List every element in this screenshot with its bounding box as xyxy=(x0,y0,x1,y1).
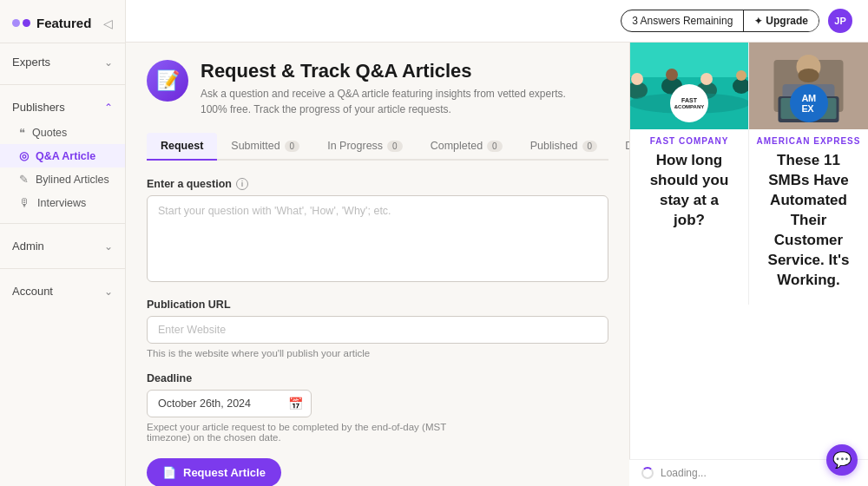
sidebar-logo: Featured ◁ xyxy=(0,0,125,43)
amex-logo-text: AMEX xyxy=(801,93,815,114)
sidebar-divider-2 xyxy=(0,223,125,224)
user-avatar[interactable]: JP xyxy=(828,9,852,33)
sidebar-group-account[interactable]: Account ⌄ xyxy=(0,278,125,305)
tab-completed[interactable]: Completed 0 xyxy=(417,133,516,161)
tab-request-label: Request xyxy=(161,140,203,152)
sidebar-section-account: Account ⌄ xyxy=(0,273,125,310)
question-input[interactable] xyxy=(147,195,608,282)
sidebar-group-experts[interactable]: Experts ⌄ xyxy=(0,49,125,76)
question-label-text: Enter a question xyxy=(147,178,232,190)
page-header: 📝 Request & Track Q&A Articles Ask a que… xyxy=(147,60,608,117)
fast-company-source: FAST COMPANY xyxy=(630,129,748,149)
question-group: Enter a question i xyxy=(147,178,608,285)
fc-logo-line1: FAST xyxy=(681,97,697,104)
bylined-label: Bylined Articles xyxy=(36,174,109,186)
admin-label: Admin xyxy=(12,240,44,253)
tab-in-progress-label: In Progress xyxy=(327,140,383,152)
question-label: Enter a question i xyxy=(147,178,608,190)
request-article-button[interactable]: 📄 Request Article xyxy=(147,458,281,486)
deadline-label: Deadline xyxy=(147,372,608,384)
account-label: Account xyxy=(12,285,53,298)
amex-title: These 11 SMBs Have Automated Their Custo… xyxy=(749,149,868,305)
deadline-note: Expect your article request to be comple… xyxy=(147,422,450,443)
svg-point-6 xyxy=(631,73,643,85)
sidebar-item-interviews[interactable]: 🎙 Interviews xyxy=(0,191,125,214)
bylined-icon: ✎ xyxy=(19,173,29,186)
page-subtitle: Ask a question and receive a Q&A article… xyxy=(201,86,582,117)
upgrade-icon: ✦ xyxy=(754,16,762,27)
quotes-label: Quotes xyxy=(32,127,67,139)
svg-point-8 xyxy=(700,73,713,85)
fc-logo-line2: &COMPANY xyxy=(674,104,705,110)
loading-spinner xyxy=(641,467,654,479)
chat-icon: 💬 xyxy=(832,450,852,470)
sidebar-divider-1 xyxy=(0,84,125,85)
logo-dot-2 xyxy=(23,19,30,27)
experts-label: Experts xyxy=(12,56,50,69)
url-label: Publication URL xyxy=(147,299,608,311)
deadline-input-wrap: 📅 xyxy=(147,390,312,417)
tab-completed-label: Completed xyxy=(431,140,483,152)
page-icon-glyph: 📝 xyxy=(156,69,180,92)
tab-in-progress[interactable]: In Progress 0 xyxy=(313,133,416,161)
logo-dot-1 xyxy=(12,19,20,27)
tab-submitted-label: Submitted xyxy=(231,140,279,152)
publishers-label: Publishers xyxy=(12,101,65,114)
fast-company-image: FAST &COMPANY xyxy=(630,43,748,129)
sidebar-group-admin[interactable]: Admin ⌄ xyxy=(0,233,125,259)
sidebar-item-qa-article[interactable]: ◎ Q&A Article xyxy=(0,144,125,167)
right-panel: FAST &COMPANY FAST COMPANY How long shou… xyxy=(629,43,868,486)
sidebar-item-quotes[interactable]: ❝ Quotes xyxy=(0,121,125,144)
loading-text: Loading... xyxy=(661,467,707,479)
svg-point-7 xyxy=(666,69,678,81)
tab-submitted[interactable]: Submitted 0 xyxy=(217,133,313,161)
url-input[interactable] xyxy=(147,316,608,344)
amex-logo: AMEX xyxy=(790,84,828,122)
article-card-amex: AMEX AMERICAN EXPRESS These 11 SMBs Have… xyxy=(749,43,868,305)
interviews-label: Interviews xyxy=(37,197,86,209)
answers-remaining-text: 3 Answers Remaining xyxy=(621,10,743,31)
page-header-text: Request & Track Q&A Articles Ask a quest… xyxy=(201,60,582,117)
sidebar-item-bylined[interactable]: ✎ Bylined Articles xyxy=(0,167,125,191)
upgrade-button[interactable]: ✦ Upgrade xyxy=(743,10,819,31)
articles-grid: FAST &COMPANY FAST COMPANY How long shou… xyxy=(630,43,868,305)
amex-image: AMEX xyxy=(749,43,868,129)
topbar: 3 Answers Remaining ✦ Upgrade JP xyxy=(126,0,868,43)
article-card-fast-company: FAST &COMPANY FAST COMPANY How long shou… xyxy=(630,43,749,305)
deadline-input[interactable] xyxy=(147,390,312,417)
content-area: 📝 Request & Track Q&A Articles Ask a que… xyxy=(126,43,868,486)
tab-in-progress-badge: 0 xyxy=(387,141,403,152)
sidebar-section-admin: Admin ⌄ xyxy=(0,227,125,265)
answers-remaining-button[interactable]: 3 Answers Remaining ✦ Upgrade xyxy=(621,10,819,32)
upgrade-label: Upgrade xyxy=(766,15,808,27)
tab-published-label: Published xyxy=(530,140,578,152)
tab-request[interactable]: Request xyxy=(147,133,217,161)
tabs-bar: Request Submitted 0 In Progress 0 Comple… xyxy=(147,133,608,161)
account-chevron-icon: ⌄ xyxy=(104,286,113,298)
sidebar-group-publishers[interactable]: Publishers ⌃ xyxy=(0,94,125,121)
main-content: 3 Answers Remaining ✦ Upgrade JP 📝 Reque… xyxy=(126,0,868,486)
right-panel-wrap: FAST &COMPANY FAST COMPANY How long shou… xyxy=(629,43,868,486)
fast-company-title: How long should you stay at a job? xyxy=(630,149,748,245)
sidebar-section-publishers: Publishers ⌃ ❝ Quotes ◎ Q&A Article ✎ By… xyxy=(0,89,125,220)
fast-company-logo: FAST &COMPANY xyxy=(670,84,708,122)
chat-button[interactable]: 💬 xyxy=(826,444,858,476)
qa-article-label: Q&A Article xyxy=(36,150,95,162)
sidebar: Featured ◁ Experts ⌄ Publishers ⌃ ❝ Quot… xyxy=(0,0,126,486)
collapse-sidebar-icon[interactable]: ◁ xyxy=(103,16,113,30)
sidebar-section-experts: Experts ⌄ xyxy=(0,43,125,81)
request-btn-label: Request Article xyxy=(183,466,266,479)
sidebar-divider-3 xyxy=(0,268,125,269)
admin-chevron-icon: ⌄ xyxy=(104,240,113,253)
question-info-icon[interactable]: i xyxy=(236,178,248,190)
url-group: Publication URL This is the website wher… xyxy=(147,299,608,358)
svg-point-9 xyxy=(736,70,746,81)
logo-mark xyxy=(12,19,30,27)
experts-chevron-icon: ⌄ xyxy=(104,56,113,69)
svg-point-14 xyxy=(799,69,819,82)
brand-name: Featured xyxy=(36,16,91,30)
tab-discarded[interactable]: Discarded xyxy=(611,133,629,161)
deadline-group: Deadline 📅 Expect your article request t… xyxy=(147,372,608,443)
tab-submitted-badge: 0 xyxy=(285,141,300,152)
tab-published[interactable]: Published 0 xyxy=(516,133,611,161)
